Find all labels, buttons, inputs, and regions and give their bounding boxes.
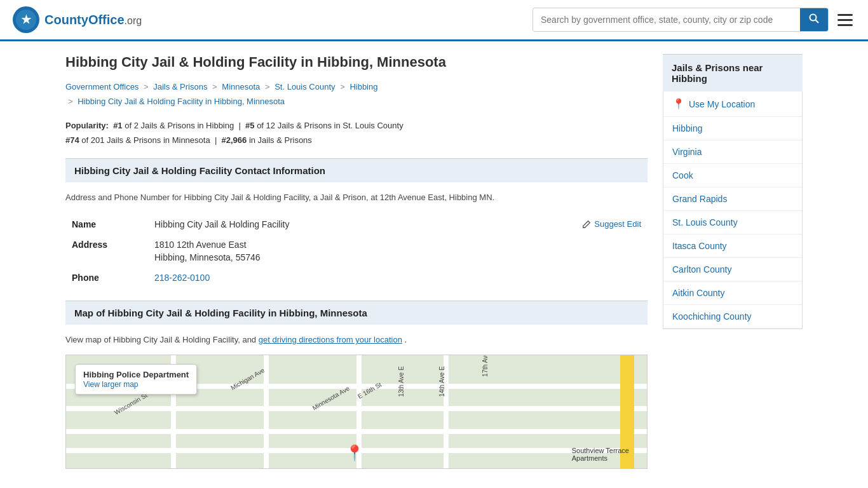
rank1-text: of 2 Jails & Prisons in Hibbing bbox=[125, 121, 234, 130]
logo-area: ★ CountyOffice.org bbox=[13, 6, 142, 33]
search-bar bbox=[532, 8, 829, 32]
sidebar-header: Jails & Prisons near Hibbing bbox=[663, 54, 803, 92]
content-area: Hibbing City Jail & Holding Facility in … bbox=[65, 54, 648, 469]
address-label: Address bbox=[65, 234, 148, 268]
search-button[interactable] bbox=[800, 8, 828, 31]
sidebar-item[interactable]: Cook bbox=[663, 164, 802, 187]
logo-icon: ★ bbox=[13, 6, 39, 33]
popularity-label: Popularity: bbox=[65, 121, 109, 130]
name-label: Name bbox=[65, 214, 148, 234]
breadcrumb-link[interactable]: Minnesota bbox=[222, 82, 260, 92]
sidebar-item[interactable]: St. Louis County bbox=[663, 211, 802, 234]
logo-text: CountyOffice.org bbox=[44, 13, 142, 27]
map-container[interactable]: Michigan Ave Minnesota Ave Wisconsin St … bbox=[65, 355, 648, 469]
popularity-bar: Popularity: #1 of 2 Jails & Prisons in H… bbox=[65, 118, 648, 148]
svg-point-3 bbox=[810, 15, 817, 21]
sidebar-link[interactable]: Grand Rapids bbox=[663, 187, 802, 210]
sidebar-item[interactable]: Grand Rapids bbox=[663, 187, 802, 211]
address-line2: Hibbing, Minnesota, 55746 bbox=[154, 252, 641, 262]
name-value: Hibbing City Jail & Holding Facility bbox=[154, 219, 289, 229]
sidebar-link[interactable]: Aitkin County bbox=[663, 281, 802, 304]
breadcrumb-current[interactable]: Hibbing City Jail & Holding Facility in … bbox=[78, 97, 285, 106]
breadcrumb: Government Offices > Jails & Prisons > M… bbox=[65, 79, 648, 109]
map-section-header: Map of Hibbing City Jail & Holding Facil… bbox=[65, 301, 648, 325]
sidebar-list: 📍 Use My Location Hibbing Virginia Cook … bbox=[663, 92, 803, 329]
sidebar-item[interactable]: Aitkin County bbox=[663, 281, 802, 305]
menu-line bbox=[837, 24, 853, 26]
breadcrumb-link[interactable]: Jails & Prisons bbox=[153, 82, 207, 92]
location-pin-icon: 📍 bbox=[672, 98, 685, 110]
sidebar-item[interactable]: Itasca County bbox=[663, 234, 802, 258]
map-street-label: 17th Ave bbox=[482, 355, 489, 377]
menu-button[interactable] bbox=[835, 11, 855, 29]
sidebar-link[interactable]: Koochiching County bbox=[663, 305, 802, 328]
map-description: View map of Hibbing City Jail & Holding … bbox=[65, 334, 648, 347]
breadcrumb-link[interactable]: St. Louis County bbox=[275, 82, 335, 92]
contact-description: Address and Phone Number for Hibbing Cit… bbox=[65, 191, 648, 205]
contact-detail-table: Name Hibbing City Jail & Holding Facilit… bbox=[65, 214, 648, 288]
sidebar-link[interactable]: Virginia bbox=[663, 140, 802, 163]
use-location-link[interactable]: 📍 Use My Location bbox=[663, 92, 802, 116]
contact-section-header: Hibbing City Jail & Holding Facility Con… bbox=[65, 158, 648, 182]
rank2-text: of 12 Jails & Prisons in St. Louis Count… bbox=[257, 121, 403, 130]
sidebar-item[interactable]: Carlton County bbox=[663, 258, 802, 281]
suggest-edit-link[interactable]: Suggest Edit bbox=[582, 219, 641, 229]
svg-text:★: ★ bbox=[21, 13, 32, 26]
sidebar-item[interactable]: Hibbing bbox=[663, 117, 802, 140]
rank4-text: in Jails & Prisons bbox=[249, 135, 312, 145]
sidebar: Jails & Prisons near Hibbing 📍 Use My Lo… bbox=[663, 54, 803, 469]
address-line1: 1810 12th Avenue East bbox=[154, 240, 641, 250]
driving-directions-link[interactable]: get driving directions from your locatio… bbox=[259, 335, 402, 344]
sidebar-link[interactable]: Itasca County bbox=[663, 234, 802, 257]
breadcrumb-link[interactable]: Government Offices bbox=[65, 82, 139, 92]
edit-icon bbox=[582, 220, 591, 229]
search-input[interactable] bbox=[533, 10, 800, 30]
popup-title: Hibbing Police Department bbox=[83, 370, 189, 379]
page-title: Hibbing City Jail & Holding Facility in … bbox=[65, 54, 648, 71]
rank3-text: of 201 Jails & Prisons in Minnesota bbox=[81, 135, 210, 145]
rank4: #2,966 bbox=[221, 135, 247, 145]
phone-label: Phone bbox=[65, 268, 148, 288]
map-pin: 📍 bbox=[345, 444, 364, 462]
rank2: #5 bbox=[245, 121, 254, 130]
table-row: Phone 218-262-0100 bbox=[65, 268, 648, 288]
svg-line-4 bbox=[816, 20, 819, 24]
header-right bbox=[532, 8, 855, 32]
table-row: Name Hibbing City Jail & Holding Facilit… bbox=[65, 214, 648, 234]
main-container: Hibbing City Jail & Holding Facility in … bbox=[53, 54, 815, 469]
map-street-label: 14th Ave E bbox=[438, 366, 445, 396]
map-popup: Hibbing Police Department View larger ma… bbox=[75, 364, 197, 395]
sidebar-link[interactable]: Hibbing bbox=[663, 117, 802, 140]
search-icon bbox=[809, 13, 819, 24]
phone-link[interactable]: 218-262-0100 bbox=[154, 273, 210, 283]
breadcrumb-link[interactable]: Hibbing bbox=[349, 82, 377, 92]
sidebar-item[interactable]: Koochiching County bbox=[663, 305, 802, 329]
sidebar-item[interactable]: Virginia bbox=[663, 140, 802, 164]
rank1: #1 bbox=[113, 121, 122, 130]
map-street-label: 13th Ave E bbox=[397, 366, 404, 396]
table-row: Address 1810 12th Avenue East Hibbing, M… bbox=[65, 234, 648, 268]
popup-link[interactable]: View larger map bbox=[83, 380, 138, 389]
sidebar-link[interactable]: Cook bbox=[663, 164, 802, 187]
menu-line bbox=[837, 19, 853, 21]
rank3: #74 bbox=[65, 135, 79, 145]
menu-line bbox=[837, 14, 853, 16]
header: ★ CountyOffice.org bbox=[0, 0, 868, 41]
sidebar-link[interactable]: St. Louis County bbox=[663, 211, 802, 234]
sidebar-link[interactable]: Carlton County bbox=[663, 258, 802, 281]
sidebar-item-use-location[interactable]: 📍 Use My Location bbox=[663, 92, 802, 117]
map-label: Southview TerraceApartments bbox=[572, 447, 629, 462]
